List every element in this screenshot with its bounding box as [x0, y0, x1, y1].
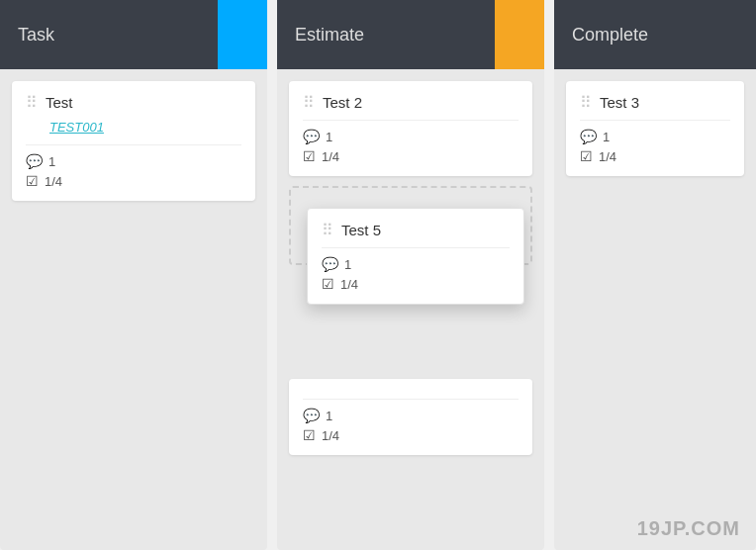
estimate-column: Estimate ⠿ Test 2 💬 1 ☑: [277, 0, 544, 550]
complete-column-title-text: Complete: [572, 25, 648, 46]
drag-handle-icon[interactable]: ⠿: [26, 93, 38, 112]
drag-handle-icon[interactable]: ⠿: [322, 221, 333, 239]
checklist-count-text: 1/4: [340, 277, 358, 292]
card-title-text: Test 2: [323, 94, 362, 111]
card-meta: 💬 1 ☑ 1/4: [303, 129, 519, 164]
comment-count-text: 1: [344, 257, 351, 272]
comment-icon: 💬: [26, 153, 43, 169]
task-column-title: Task: [0, 0, 218, 69]
complete-column-body: ⠿ Test 3 💬 1 ☑ 1/4: [554, 69, 756, 550]
estimate-card-test2[interactable]: ⠿ Test 2 💬 1 ☑ 1/4: [289, 81, 532, 176]
comment-count: 💬 1: [26, 153, 241, 169]
card-title-row: ⠿ Test 2: [303, 93, 519, 112]
checklist-count: ☑ 1/4: [322, 276, 510, 292]
card-title-text: Test 3: [600, 94, 639, 111]
comment-count: 💬 1: [303, 129, 519, 144]
card-divider: [26, 144, 241, 145]
checklist-count-text: 1/4: [45, 174, 62, 189]
card-divider: [303, 399, 519, 400]
estimate-column-header: Estimate: [277, 0, 544, 69]
comment-count-text: 1: [603, 130, 610, 144]
card-title-text: Test 5: [341, 222, 381, 238]
complete-column-header: Complete: [554, 0, 756, 69]
complete-column-title: Complete: [554, 0, 756, 69]
task-column-header: Task: [0, 0, 267, 69]
task-column: Task ⠿ Test TEST001 💬 1 ☑: [0, 0, 267, 550]
dragging-card-test5[interactable]: ⠿ Test 5 💬 1 ☑ 1/4: [307, 208, 524, 305]
checklist-icon: ☑: [303, 427, 316, 443]
comment-count-text: 1: [48, 154, 55, 169]
card-title-row: ⠿ Test 5: [322, 221, 510, 239]
checklist-icon: ☑: [26, 173, 39, 189]
card-link[interactable]: TEST001: [49, 120, 241, 135]
drag-handle-icon[interactable]: ⠿: [580, 93, 592, 112]
comment-count: 💬 1: [580, 129, 730, 144]
checklist-count: ☑ 1/4: [303, 427, 519, 443]
kanban-board: Task ⠿ Test TEST001 💬 1 ☑: [0, 0, 756, 550]
card-meta: 💬 1 ☑ 1/4: [322, 256, 510, 292]
checklist-icon: ☑: [580, 148, 593, 164]
card-title-row: ⠿ Test 3: [580, 93, 730, 112]
checklist-count: ☑ 1/4: [580, 148, 730, 164]
complete-column: Complete ⠿ Test 3 💬 1 ☑ 1/4: [554, 0, 756, 550]
task-column-body: ⠿ Test TEST001 💬 1 ☑ 1/4: [0, 69, 267, 550]
card-title-row: ⠿ Test: [26, 93, 241, 112]
checklist-icon: ☑: [303, 148, 316, 164]
checklist-count-text: 1/4: [322, 149, 339, 164]
comment-count-text: 1: [326, 130, 332, 144]
comment-icon: 💬: [303, 408, 320, 423]
card-meta: 💬 1 ☑ 1/4: [580, 129, 730, 164]
comment-icon: 💬: [322, 256, 338, 272]
card-meta: 💬 1 ☑ 1/4: [303, 408, 519, 443]
comment-icon: 💬: [303, 129, 320, 144]
checklist-count: ☑ 1/4: [26, 173, 241, 189]
comment-count-text: 1: [326, 409, 332, 423]
estimate-card-bottom[interactable]: 💬 1 ☑ 1/4: [289, 379, 532, 455]
checklist-count-text: 1/4: [599, 149, 616, 164]
estimate-column-title-text: Estimate: [295, 25, 364, 46]
card-divider: [580, 120, 730, 121]
card-meta: 💬 1 ☑ 1/4: [26, 153, 241, 189]
checklist-count: ☑ 1/4: [303, 148, 519, 164]
task-column-title-text: Task: [18, 25, 54, 46]
checklist-icon: ☑: [322, 276, 334, 292]
card-divider: [303, 120, 519, 121]
comment-count: 💬 1: [322, 256, 510, 272]
checklist-count-text: 1/4: [322, 428, 339, 443]
card-title-text: Test: [46, 94, 73, 111]
estimate-column-body: ⠿ Test 2 💬 1 ☑ 1/4: [277, 69, 544, 550]
task-card-test[interactable]: ⠿ Test TEST001 💬 1 ☑ 1/4: [12, 81, 255, 201]
card-divider: [322, 247, 510, 248]
comment-icon: 💬: [580, 129, 597, 144]
estimate-column-title: Estimate: [277, 0, 495, 69]
comment-count: 💬 1: [303, 408, 519, 423]
complete-card-test3[interactable]: ⠿ Test 3 💬 1 ☑ 1/4: [566, 81, 744, 176]
task-column-accent: [218, 0, 267, 69]
estimate-column-accent: [495, 0, 544, 69]
drag-handle-icon[interactable]: ⠿: [303, 93, 315, 112]
